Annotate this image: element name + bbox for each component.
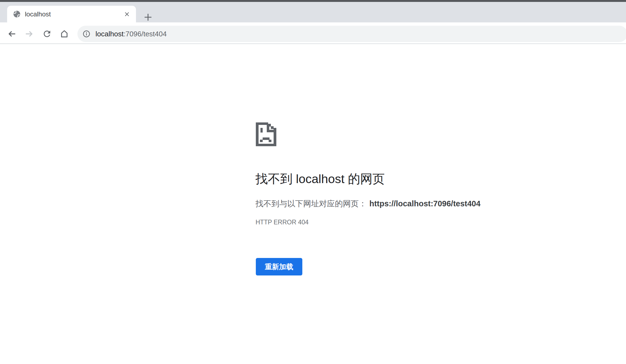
url-text: localhost:7096/test404 bbox=[95, 30, 167, 38]
back-icon bbox=[7, 29, 17, 39]
tab-close-button[interactable] bbox=[123, 10, 131, 18]
close-icon bbox=[124, 11, 130, 17]
error-page-content: 找不到 localhost 的网页 找不到与以下网址对应的网页：https://… bbox=[0, 45, 626, 364]
error-heading: 找不到 localhost 的网页 bbox=[256, 172, 385, 186]
tab-localhost[interactable]: localhost bbox=[7, 6, 136, 22]
window-top-edge bbox=[0, 0, 626, 2]
new-tab-button[interactable] bbox=[143, 12, 153, 22]
error-message-text: 找不到与以下网址对应的网页： bbox=[256, 199, 367, 208]
browser-window: localhost bbox=[0, 0, 626, 364]
url-host: localhost bbox=[95, 30, 124, 38]
back-button[interactable] bbox=[7, 28, 18, 39]
page-reload-button[interactable]: 重新加载 bbox=[256, 258, 302, 275]
requested-url: https://localhost:7096/test404 bbox=[369, 199, 480, 208]
forward-icon bbox=[24, 29, 34, 39]
sad-file-icon bbox=[256, 122, 276, 146]
url-path: :7096/test404 bbox=[124, 30, 167, 38]
reload-icon bbox=[42, 29, 52, 39]
globe-favicon-icon bbox=[13, 10, 21, 18]
address-bar[interactable]: localhost:7096/test404 bbox=[77, 26, 626, 42]
info-icon[interactable] bbox=[83, 30, 90, 37]
home-button[interactable] bbox=[59, 28, 70, 39]
forward-button[interactable] bbox=[24, 28, 34, 39]
tab-title: localhost bbox=[25, 10, 123, 18]
http-error-code: HTTP ERROR 404 bbox=[256, 219, 309, 226]
error-message: 找不到与以下网址对应的网页：https://localhost:7096/tes… bbox=[256, 199, 480, 209]
browser-toolbar: localhost:7096/test404 bbox=[0, 22, 626, 44]
tab-strip: localhost bbox=[0, 2, 626, 22]
reload-button[interactable] bbox=[42, 28, 53, 39]
home-icon bbox=[59, 29, 69, 39]
new-tab-icon bbox=[144, 13, 152, 22]
